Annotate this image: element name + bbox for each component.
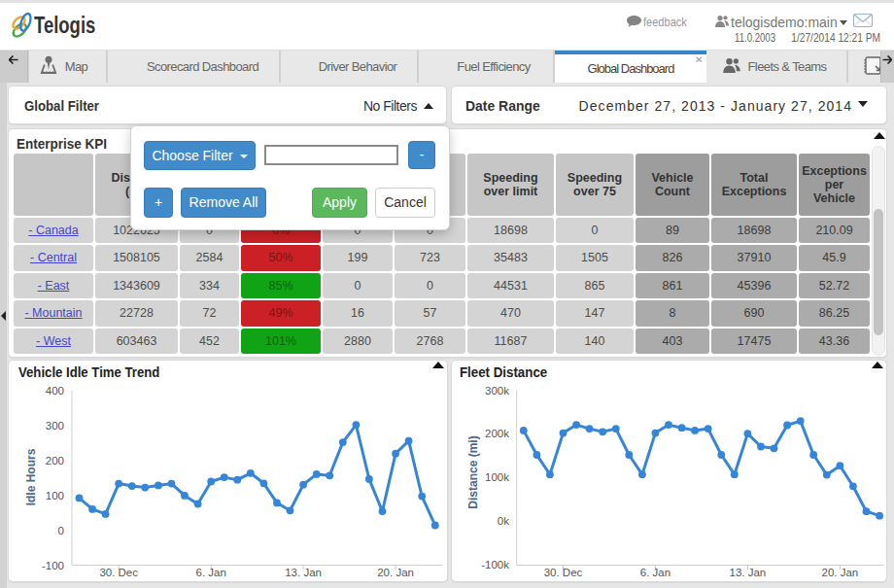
svg-text:20. Jan: 20. Jan <box>377 567 414 578</box>
svg-text:0k: 0k <box>498 515 509 527</box>
svg-text:200k: 200k <box>485 428 509 439</box>
svg-text:6. Jan: 6. Jan <box>640 567 670 578</box>
svg-text:100k: 100k <box>485 471 509 483</box>
svg-text:Distance (mi): Distance (mi) <box>466 435 480 508</box>
svg-text:400: 400 <box>46 385 64 397</box>
svg-text:13. Jan: 13. Jan <box>730 567 767 578</box>
svg-text:0: 0 <box>58 525 64 536</box>
svg-text:13. Jan: 13. Jan <box>285 567 322 578</box>
svg-text:100: 100 <box>46 490 64 502</box>
svg-text:300: 300 <box>46 420 64 432</box>
svg-text:30. Dec: 30. Dec <box>544 567 583 578</box>
svg-text:-100k: -100k <box>481 559 509 571</box>
svg-text:6. Jan: 6. Jan <box>196 567 226 578</box>
svg-text:300k: 300k <box>485 385 509 397</box>
svg-text:200: 200 <box>46 455 64 467</box>
svg-text:-100: -100 <box>42 560 64 571</box>
svg-text:Idle Hours: Idle Hours <box>24 448 38 505</box>
svg-text:20. Jan: 20. Jan <box>822 567 859 578</box>
svg-text:30. Dec: 30. Dec <box>99 567 138 578</box>
